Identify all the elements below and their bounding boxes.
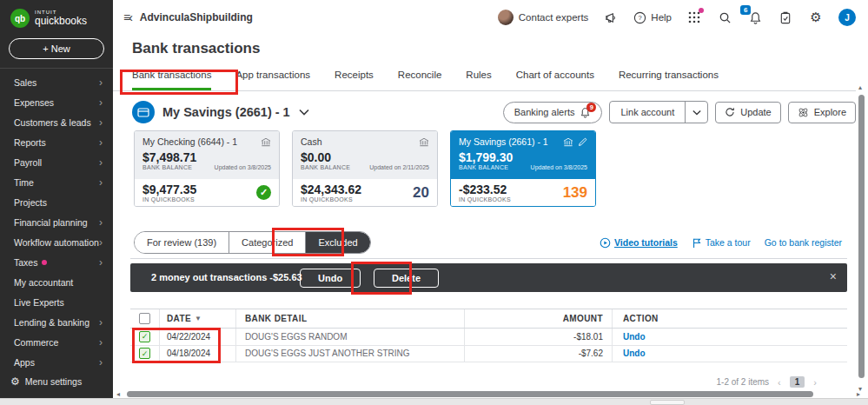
column-header-bank-detail[interactable]: BANK DETAIL [236, 309, 465, 328]
subtab-excluded[interactable]: Excluded [306, 232, 369, 253]
tasks-clipboard-icon[interactable] [778, 10, 793, 25]
banking-alerts-button[interactable]: Banking alerts 9 [503, 102, 603, 123]
settings-gear-icon[interactable]: ⚙ [808, 10, 824, 25]
account-card-cash[interactable]: Cash $0.00 BANK BALANCE Updated on 2/11/… [292, 130, 438, 207]
tab-app-transactions[interactable]: App transactions [235, 70, 310, 90]
row-undo-link[interactable]: Undo [623, 349, 646, 358]
take-a-tour-link[interactable]: Take a tour [692, 237, 751, 249]
chevron-right-icon: › [99, 256, 103, 269]
edit-pencil-icon[interactable] [578, 137, 587, 147]
column-header-amount[interactable]: AMOUNT [465, 309, 613, 328]
tab-receipts[interactable]: Receipts [335, 70, 374, 90]
sidebar-item-reports[interactable]: Reports› [0, 132, 113, 152]
explore-button[interactable]: Explore [788, 102, 856, 123]
cell-bank-detail: DOUG'S EGGS JUST ANOTHER STRING [236, 346, 465, 362]
sidebar-item-expenses[interactable]: Expenses› [0, 92, 113, 112]
horizontal-scrollbar[interactable]: ◂ ▸ [116, 390, 860, 398]
select-all-checkbox[interactable] [139, 313, 150, 324]
page-number[interactable]: 1 [790, 376, 805, 388]
scroll-left-icon[interactable]: ◂ [116, 390, 120, 398]
collapse-sidebar-icon[interactable]: ≡‹ [123, 10, 131, 24]
quickbooks-app: qb INTUIT quickbooks + New Sales› Expens… [0, 0, 868, 405]
horizontal-scroll-thumb[interactable] [127, 391, 813, 397]
next-page-icon[interactable]: › [813, 377, 817, 388]
window-resize-handle [650, 400, 685, 405]
account-card-savings-selected[interactable]: My Savings (2661) - 1 $1,799.30 BANK BAL… [450, 130, 596, 207]
chevron-right-icon: › [99, 76, 103, 89]
help-button[interactable]: ? Help [633, 11, 672, 24]
sidebar-item-projects[interactable]: Projects [0, 192, 113, 212]
user-avatar[interactable]: J [838, 9, 856, 26]
link-account-button[interactable]: Link account [610, 102, 685, 123]
sidebar-item-commerce[interactable]: Commerce› [0, 332, 113, 352]
qb-logo-icon: qb [10, 9, 30, 28]
transaction-count: 20 [413, 184, 429, 202]
notifications-bell-icon[interactable]: 6 [747, 10, 763, 25]
tab-rules[interactable]: Rules [466, 70, 491, 90]
notification-dot [42, 260, 47, 265]
tab-recurring-transactions[interactable]: Recurring transactions [619, 70, 719, 90]
megaphone-icon[interactable] [603, 10, 619, 25]
sidebar-item-lending-banking[interactable]: Lending & banking› [0, 312, 113, 332]
link-account-split-button: Link account [609, 101, 708, 123]
previous-page-icon[interactable]: ‹ [778, 377, 781, 388]
search-icon[interactable] [717, 10, 732, 25]
row-checkbox-checked[interactable]: ✓ [139, 348, 150, 359]
vertical-scroll-thumb[interactable] [858, 95, 865, 378]
bank-balance-amount: $1,799.30 [459, 150, 587, 164]
new-button[interactable]: + New [9, 38, 104, 59]
column-header-date[interactable]: DATE▼ [160, 309, 236, 328]
cell-date: 04/22/2024 [160, 329, 236, 345]
sidebar-item-time[interactable]: Time› [0, 172, 113, 192]
page-title: Bank transactions [132, 40, 260, 57]
subtab-categorized[interactable]: Categorized [229, 232, 306, 253]
bank-building-icon [419, 137, 429, 147]
chevron-right-icon: › [99, 236, 103, 249]
link-account-dropdown[interactable] [685, 102, 707, 123]
tab-bank-transactions[interactable]: Bank transactions [132, 70, 211, 90]
bank-card-icon [132, 101, 155, 123]
sidebar-divider [0, 68, 113, 69]
sidebar-item-customers-leads[interactable]: Customers & leads› [0, 112, 113, 132]
row-checkbox-checked[interactable]: ✓ [139, 331, 150, 342]
pagination-summary: 1-2 of 2 items [717, 377, 770, 387]
account-card-checking[interactable]: My Checking (6644) - 1 $7,498.71 BANK BA… [134, 130, 280, 207]
chevron-right-icon: › [99, 216, 103, 229]
alerts-count-badge: 9 [586, 103, 596, 112]
video-tutorials-link[interactable]: Video tutorials [600, 237, 678, 249]
tab-chart-of-accounts[interactable]: Chart of accounts [516, 70, 594, 90]
sidebar-item-apps[interactable]: Apps› [0, 352, 113, 372]
chevron-down-icon[interactable] [299, 109, 309, 116]
sidebar-item-taxes[interactable]: Taxes› [0, 252, 113, 272]
sidebar-item-payroll[interactable]: Payroll› [0, 152, 113, 172]
gear-icon: ⚙ [10, 375, 20, 388]
tab-reconcile[interactable]: Reconcile [398, 70, 442, 90]
go-to-bank-register-link[interactable]: Go to bank register [765, 237, 842, 248]
account-bar: My Savings (2661) - 1 Banking alerts 9 L… [132, 99, 856, 125]
apps-grid-icon[interactable] [686, 10, 702, 25]
column-header-action: ACTION [613, 314, 847, 323]
scroll-up-icon[interactable]: ▴ [858, 83, 862, 91]
vertical-scrollbar[interactable]: ▴ ▾ [857, 83, 867, 393]
menu-settings[interactable]: ⚙ Menu settings [0, 370, 113, 393]
bulk-undo-button[interactable]: Undo [300, 269, 361, 288]
sidebar-item-live-experts[interactable]: Live Experts [0, 292, 113, 312]
sidebar-item-sales[interactable]: Sales› [0, 72, 113, 92]
subtab-for-review[interactable]: For review (139) [135, 232, 229, 253]
excluded-transactions-table: DATE▼ BANK DETAIL AMOUNT ACTION ✓ 04/22/… [130, 309, 847, 362]
table-row: ✓ 04/18/2024 DOUG'S EGGS JUST ANOTHER ST… [130, 346, 847, 363]
bulk-delete-button[interactable]: Delete [374, 269, 439, 288]
sidebar-item-financial-planning[interactable]: Financial planning› [0, 212, 113, 232]
contact-experts-button[interactable]: Contact experts [498, 10, 589, 25]
cell-amount: -$7.62 [465, 346, 613, 362]
update-button[interactable]: Update [715, 102, 780, 123]
qb-balance-amount: $24,343.62 [301, 183, 361, 196]
sidebar-item-workflow-automation[interactable]: Workflow automation› [0, 232, 113, 252]
close-icon[interactable]: × [830, 269, 837, 283]
expert-avatar [498, 10, 514, 25]
cell-bank-detail: DOUG'S EGGS RANDOM [236, 329, 465, 345]
scroll-down-icon[interactable]: ▾ [858, 385, 862, 393]
sidebar-item-my-accountant[interactable]: My accountant [0, 272, 113, 292]
row-undo-link[interactable]: Undo [623, 332, 646, 342]
new-apps-dot [699, 8, 704, 13]
